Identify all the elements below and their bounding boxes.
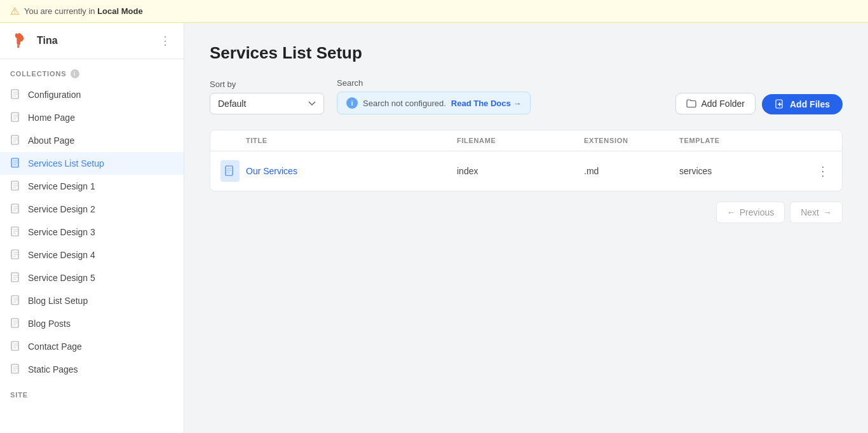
search-label: Search <box>337 78 531 88</box>
sidebar-item-service-design-4[interactable]: Service Design 4 <box>0 244 184 266</box>
table-header: TITLE FILENAME EXTENSION TEMPLATE <box>210 130 842 151</box>
read-docs-link[interactable]: Read The Docs → <box>451 99 522 108</box>
previous-button[interactable]: ← Previous <box>716 202 785 223</box>
pagination: ← Previous Next → <box>210 202 843 223</box>
collections-info-icon[interactable]: i <box>71 69 79 78</box>
collections-section-label: COLLECTIONS i <box>0 59 184 83</box>
next-button[interactable]: Next → <box>790 202 843 223</box>
sidebar-item-blog-posts[interactable]: Blog Posts <box>0 312 184 335</box>
sidebar-item-service-design-2[interactable]: Service Design 2 <box>0 198 184 221</box>
sidebar-item-blog-list-setup[interactable]: Blog List Setup <box>0 289 184 312</box>
doc-icon <box>10 341 22 352</box>
llama-logo <box>10 31 31 51</box>
sort-group: Sort by Default <box>210 79 324 114</box>
sidebar-item-service-design-1[interactable]: Service Design 1 <box>0 175 184 198</box>
row-more-button[interactable]: ⋮ <box>814 162 832 180</box>
prev-arrow-icon: ← <box>727 207 736 217</box>
local-mode-banner: ⚠ You are currently in Local Mode <box>0 0 868 23</box>
file-icon-bg <box>220 160 240 182</box>
main-content: Services List Setup Sort by Default Sear… <box>184 23 868 433</box>
sidebar-item-home-page[interactable]: Home Page <box>0 106 184 129</box>
files-table: TITLE FILENAME EXTENSION TEMPLATE Our Se… <box>210 130 843 191</box>
toolbar: Sort by Default Search i Search not conf… <box>210 78 843 114</box>
search-not-configured-banner: i Search not configured. Read The Docs → <box>337 92 531 114</box>
row-extension: .md <box>584 166 679 176</box>
doc-icon <box>10 112 22 123</box>
sidebar-header: Tina ⋮ <box>0 23 184 59</box>
add-file-icon <box>775 99 785 109</box>
sidebar-item-services-list-setup[interactable]: Services List Setup <box>0 152 184 175</box>
doc-icon <box>10 272 22 284</box>
col-header-extension: EXTENSION <box>584 137 679 144</box>
folder-icon <box>686 99 696 109</box>
col-header-title: TITLE <box>246 137 457 144</box>
app-name: Tina <box>37 35 151 46</box>
add-folder-button[interactable]: Add Folder <box>675 93 756 114</box>
site-section-label: SITE <box>0 381 184 404</box>
sort-select[interactable]: Default <box>210 93 324 114</box>
sidebar-item-contact-page[interactable]: Contact Page <box>0 335 184 358</box>
sidebar-item-configuration[interactable]: Configuration <box>0 83 184 106</box>
row-file-icon-wrapper <box>220 160 246 182</box>
search-info-icon: i <box>346 97 358 109</box>
search-not-configured-text: Search not configured. <box>363 99 446 108</box>
doc-icon <box>10 181 22 192</box>
row-template: services <box>679 166 806 176</box>
file-doc-icon <box>225 165 235 177</box>
toolbar-actions: Add Folder Add Files <box>675 93 843 114</box>
search-group: Search i Search not configured. Read The… <box>337 78 531 114</box>
sidebar-menu-icon[interactable]: ⋮ <box>157 31 173 50</box>
doc-icon-active <box>10 158 22 169</box>
col-header-filename: FILENAME <box>457 137 584 144</box>
doc-icon <box>10 203 22 215</box>
warning-icon: ⚠ <box>10 5 19 17</box>
sidebar-item-static-pages[interactable]: Static Pages <box>0 358 184 381</box>
row-title: Our Services <box>246 166 457 176</box>
sidebar: Tina ⋮ COLLECTIONS i Configuration <box>0 23 184 433</box>
doc-icon <box>10 318 22 329</box>
add-files-button[interactable]: Add Files <box>762 94 843 114</box>
sidebar-item-service-design-3[interactable]: Service Design 3 <box>0 221 184 244</box>
doc-icon <box>10 249 22 261</box>
sidebar-item-about-page[interactable]: About Page <box>0 129 184 152</box>
sort-label: Sort by <box>210 79 324 89</box>
doc-icon <box>10 89 22 100</box>
row-more-wrapper: ⋮ <box>806 162 832 180</box>
doc-icon <box>10 135 22 146</box>
next-arrow-icon: → <box>823 207 832 217</box>
table-row[interactable]: Our Services index .md services ⋮ <box>210 151 842 191</box>
col-header-template: TEMPLATE <box>679 137 806 144</box>
banner-text: You are currently in Local Mode <box>24 6 143 16</box>
doc-icon <box>10 226 22 238</box>
page-title: Services List Setup <box>210 43 843 63</box>
row-filename: index <box>457 166 584 176</box>
sidebar-scroll: COLLECTIONS i Configuration Home Page <box>0 59 184 433</box>
doc-icon <box>10 295 22 306</box>
doc-icon <box>10 364 22 375</box>
sidebar-item-service-design-5[interactable]: Service Design 5 <box>0 266 184 289</box>
